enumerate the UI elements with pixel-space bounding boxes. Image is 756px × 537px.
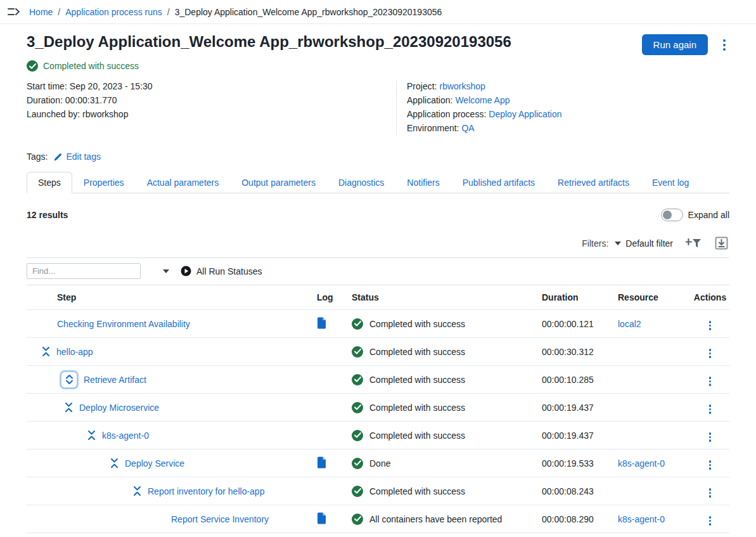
tab-notifiers[interactable]: Notifiers xyxy=(395,172,451,193)
tab-event-log[interactable]: Event log xyxy=(641,172,700,193)
table-row: hello-app Completed with success 00:00:3… xyxy=(27,338,729,366)
row-kebab-menu-icon[interactable] xyxy=(705,374,715,389)
run-status-text: Completed with success xyxy=(43,61,139,71)
tags-label: Tags: xyxy=(27,152,48,162)
run-status-filter[interactable]: All Run Statuses xyxy=(181,266,262,276)
status-success-icon xyxy=(352,346,363,358)
info-line: Start time:Sep 20, 2023 - 15:30 xyxy=(27,79,396,93)
run-again-button[interactable]: Run again xyxy=(642,34,708,55)
duration-value: 00:00:10.285 xyxy=(535,366,612,394)
breadcrumb-separator: / xyxy=(167,7,170,17)
duration-value: 00:00:19.437 xyxy=(535,394,612,422)
col-resource: Resource xyxy=(612,285,691,310)
info-value-link[interactable]: Deploy Application xyxy=(489,109,561,119)
status-text: Completed with success xyxy=(369,319,465,329)
add-filter-icon[interactable] xyxy=(684,237,702,250)
expand-tree-icon[interactable] xyxy=(60,370,79,389)
status-success-icon xyxy=(352,486,363,497)
info-line: Duration:00:00:31.770 xyxy=(27,93,396,107)
row-kebab-menu-icon[interactable] xyxy=(705,346,715,361)
page-kebab-menu-icon[interactable] xyxy=(719,37,729,53)
log-file-icon[interactable] xyxy=(317,512,326,524)
status-text: Completed with success xyxy=(369,375,465,385)
table-row: Report Service Inventory All containers … xyxy=(27,505,729,533)
tab-actual-parameters[interactable]: Actual parameters xyxy=(136,172,231,193)
resource-link[interactable]: k8s-agent-0 xyxy=(618,458,665,469)
collapse-tree-icon[interactable] xyxy=(110,458,119,469)
table-row: Deploy Microservice Completed with succe… xyxy=(27,394,729,422)
status-success-icon xyxy=(352,514,363,525)
status-success-icon xyxy=(352,430,363,441)
expand-all-toggle[interactable] xyxy=(661,209,683,221)
step-link[interactable]: Deploy Service xyxy=(125,458,184,469)
info-value: Sep 20, 2023 - 15:30 xyxy=(70,81,153,91)
tab-diagnostics[interactable]: Diagnostics xyxy=(327,172,395,193)
tab-steps[interactable]: Steps xyxy=(27,172,72,193)
collapse-tree-icon[interactable] xyxy=(65,402,73,413)
breadcrumb-section-link[interactable]: Application process runs xyxy=(65,7,162,17)
breadcrumb-separator: / xyxy=(58,7,60,17)
filter-select[interactable]: Default filter xyxy=(615,238,673,249)
duration-value: 00:00:19.533 xyxy=(535,450,612,477)
info-value: rbworkshop xyxy=(82,109,128,119)
run-info: Start time:Sep 20, 2023 - 15:30Duration:… xyxy=(27,79,729,135)
row-kebab-menu-icon[interactable] xyxy=(705,402,715,417)
save-filter-icon[interactable] xyxy=(714,235,729,251)
info-label: Application process: xyxy=(407,109,486,119)
table-row: Checking Environment Availability Comple… xyxy=(27,310,729,338)
row-kebab-menu-icon[interactable] xyxy=(705,486,715,500)
success-check-icon xyxy=(27,60,38,72)
collapse-tree-icon[interactable] xyxy=(87,430,96,441)
expand-all-label: Expand all xyxy=(688,210,729,220)
info-label: Start time: xyxy=(27,81,67,91)
page-title: 3_Deploy Application_Welcome App_rbworks… xyxy=(27,33,511,51)
breadcrumb: Home / Application process runs / 3_Depl… xyxy=(29,7,442,17)
status-text: Completed with success xyxy=(369,430,465,441)
info-value-link[interactable]: QA xyxy=(461,123,474,133)
info-value-link[interactable]: Welcome App xyxy=(455,95,509,105)
tab-retrieved-artifacts[interactable]: Retrieved artifacts xyxy=(546,172,641,193)
step-link[interactable]: hello-app xyxy=(56,347,93,357)
collapse-tree-icon[interactable] xyxy=(42,346,50,357)
info-label: Launched by: xyxy=(27,109,80,119)
duration-value: 00:00:08.243 xyxy=(535,477,612,505)
tab-bar: StepsPropertiesActual parametersOutput p… xyxy=(27,172,729,193)
duration-value: 00:00:00.121 xyxy=(535,310,612,338)
run-info-left: Start time:Sep 20, 2023 - 15:30Duration:… xyxy=(27,79,396,135)
step-link[interactable]: Retrieve Artifact xyxy=(84,375,146,385)
duration-value: 00:00:08.290 xyxy=(535,505,612,533)
step-link[interactable]: Report Service Inventory xyxy=(171,514,269,524)
breadcrumb-home-link[interactable]: Home xyxy=(29,7,53,17)
info-value-link[interactable]: rbworkshop xyxy=(439,81,485,91)
step-link[interactable]: k8s-agent-0 xyxy=(102,430,149,441)
info-label: Application: xyxy=(407,95,452,105)
run-info-right: Project:rbworkshopApplication:Welcome Ap… xyxy=(396,79,561,135)
resource-link[interactable]: local2 xyxy=(618,319,641,329)
row-kebab-menu-icon[interactable] xyxy=(705,458,715,472)
status-success-icon xyxy=(352,374,363,385)
row-kebab-menu-icon[interactable] xyxy=(705,318,715,333)
steps-table: Step Log Status Duration Resource Action… xyxy=(27,285,729,533)
tab-properties[interactable]: Properties xyxy=(72,172,136,193)
tab-output-parameters[interactable]: Output parameters xyxy=(230,172,327,193)
sidebar-toggle-icon[interactable] xyxy=(8,7,20,16)
steps-table-section: All Run Statuses Step Log Status Duratio… xyxy=(27,257,729,537)
info-label: Environment: xyxy=(407,123,459,133)
step-link[interactable]: Checking Environment Availability xyxy=(57,319,190,329)
col-actions: Actions xyxy=(691,285,729,310)
tab-published-artifacts[interactable]: Published artifacts xyxy=(451,172,546,193)
collapse-tree-icon[interactable] xyxy=(133,486,141,496)
log-file-icon[interactable] xyxy=(317,317,326,329)
info-line: Application process:Deploy Application xyxy=(407,107,561,121)
row-kebab-menu-icon[interactable] xyxy=(705,514,715,528)
step-link[interactable]: Deploy Microservice xyxy=(79,403,159,413)
col-duration: Duration xyxy=(535,285,612,310)
col-status: Status xyxy=(352,285,535,310)
row-kebab-menu-icon[interactable] xyxy=(705,430,715,444)
edit-tags-link[interactable]: Edit tags xyxy=(54,152,100,162)
resource-link[interactable]: k8s-agent-0 xyxy=(618,514,665,524)
log-file-icon[interactable] xyxy=(317,456,326,469)
step-link[interactable]: Report inventory for hello-app xyxy=(148,486,264,496)
find-input[interactable] xyxy=(27,263,141,279)
find-column-dropdown-icon[interactable] xyxy=(163,269,169,273)
